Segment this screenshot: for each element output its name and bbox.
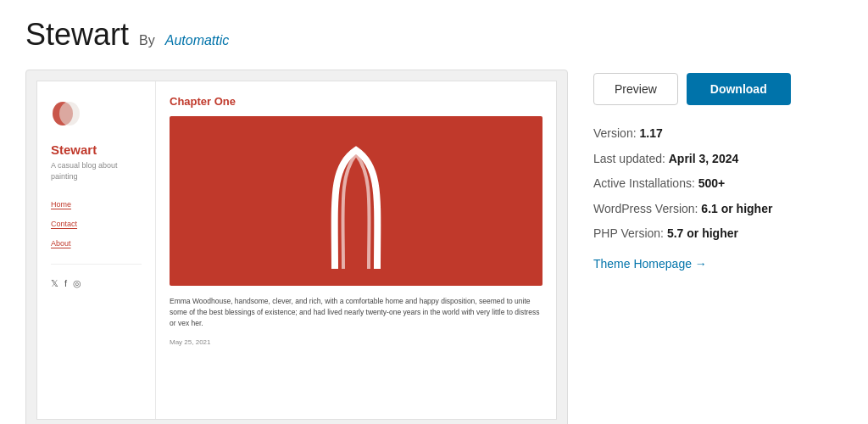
mockup-excerpt: Emma Woodhouse, handsome, clever, and ri… <box>170 296 542 330</box>
version-value: 1.17 <box>639 126 662 140</box>
version-item: Version: 1.17 <box>593 126 843 142</box>
nav-item-contact: Contact <box>51 215 142 230</box>
wp-version-label: WordPress Version: <box>593 202 698 215</box>
author-link[interactable]: Automattic <box>165 33 230 48</box>
mockup-post-area: Chapter One Emma Woodhouse, handsome, cl… <box>156 81 556 419</box>
theme-mockup: Stewart A casual blog about painting Hom… <box>36 81 557 420</box>
action-buttons: Preview Download <box>593 73 843 105</box>
mockup-site-title: Stewart <box>51 142 142 157</box>
wp-version-item: WordPress Version: 6.1 or higher <box>593 201 843 218</box>
preview-button[interactable]: Preview <box>593 73 678 105</box>
php-version-value: 5.7 or higher <box>667 226 738 240</box>
by-label: By <box>139 33 155 48</box>
facebook-icon: f <box>64 278 67 289</box>
twitter-icon: 𝕏 <box>51 278 58 289</box>
php-version-label: PHP Version: <box>593 226 664 240</box>
active-installs-value: 500+ <box>698 176 726 190</box>
php-version-item: PHP Version: 5.7 or higher <box>593 226 843 243</box>
theme-preview-panel: Stewart A casual blog about painting Hom… <box>25 70 568 424</box>
wp-version-value: 6.1 or higher <box>701 202 772 215</box>
theme-title: Stewart <box>25 17 129 53</box>
page-header: Stewart By Automattic <box>25 17 843 53</box>
version-label: Version: <box>593 126 637 140</box>
svg-point-1 <box>59 102 80 126</box>
mockup-date: May 25, 2021 <box>170 338 542 346</box>
theme-homepage-link[interactable]: Theme Homepage → <box>593 257 707 271</box>
active-installs-item: Active Installations: 500+ <box>593 176 843 192</box>
mockup-featured-image <box>170 116 542 286</box>
info-panel: Preview Download Version: 1.17 Last upda… <box>593 70 843 271</box>
download-button[interactable]: Download <box>687 73 791 105</box>
nav-item-home: Home <box>51 195 142 210</box>
main-content: Stewart A casual blog about painting Hom… <box>25 70 843 424</box>
last-updated-label: Last updated: <box>593 152 665 165</box>
mockup-logo-icon <box>51 98 81 129</box>
active-installs-label: Active Installations: <box>593 176 695 190</box>
theme-meta-list: Version: 1.17 Last updated: April 3, 202… <box>593 126 843 243</box>
nav-item-about: About <box>51 234 142 249</box>
mockup-tagline: A casual blog about painting <box>51 160 142 181</box>
last-updated-item: Last updated: April 3, 2024 <box>593 151 843 168</box>
mockup-social-icons: 𝕏 f ◎ <box>51 278 142 289</box>
last-updated-value: April 3, 2024 <box>669 152 739 165</box>
mockup-sidebar: Stewart A casual blog about painting Hom… <box>37 81 156 419</box>
mockup-post-title: Chapter One <box>170 95 542 108</box>
arch-illustration <box>322 133 390 269</box>
instagram-icon: ◎ <box>73 278 81 289</box>
mockup-nav: Home Contact About <box>51 195 142 265</box>
